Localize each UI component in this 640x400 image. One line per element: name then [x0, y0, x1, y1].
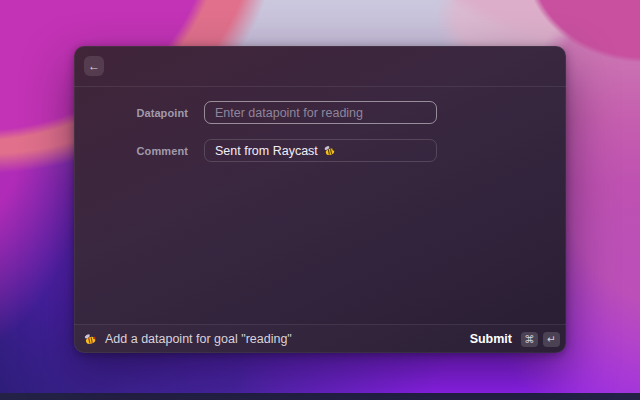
form-row-comment: Comment Sent from Raycast: [74, 139, 566, 162]
return-key-icon: ↵: [543, 332, 560, 347]
raycast-window: ← Datapoint Comment Sent from Raycast: [74, 46, 566, 353]
datapoint-form: Datapoint Comment Sent from Raycast: [74, 87, 566, 162]
datapoint-input[interactable]: [204, 101, 437, 124]
wallpaper-bottom-band: [0, 393, 640, 400]
window-header: ←: [74, 46, 566, 87]
action-bar-right: Submit ⌘ ↵: [470, 332, 560, 347]
comment-input[interactable]: Sent from Raycast: [204, 139, 437, 162]
submit-button[interactable]: Submit: [470, 332, 512, 346]
comment-value: Sent from Raycast: [215, 144, 318, 158]
form-row-datapoint: Datapoint: [74, 101, 566, 124]
datapoint-label: Datapoint: [74, 107, 188, 119]
beeminder-bee-icon: [83, 332, 97, 346]
cmd-key-icon: ⌘: [521, 332, 538, 347]
back-arrow-icon: ←: [88, 60, 100, 72]
comment-label: Comment: [74, 145, 188, 157]
action-bar: Add a datapoint for goal "reading" Submi…: [74, 324, 566, 353]
action-bar-left: Add a datapoint for goal "reading": [83, 332, 292, 346]
back-button[interactable]: ←: [84, 56, 104, 76]
desktop: ← Datapoint Comment Sent from Raycast: [0, 0, 640, 400]
action-bar-status: Add a datapoint for goal "reading": [105, 332, 292, 346]
bee-emoji-icon: [323, 144, 336, 157]
